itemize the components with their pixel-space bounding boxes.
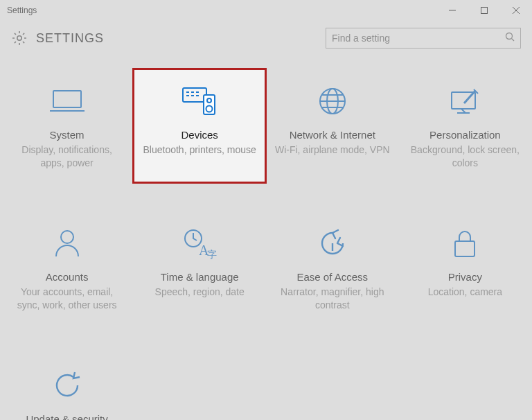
tile-title: Ease of Access	[297, 271, 369, 283]
svg-point-5	[506, 33, 513, 40]
minimize-button[interactable]	[436, 0, 468, 21]
svg-rect-7	[53, 91, 81, 107]
close-button[interactable]	[500, 0, 532, 21]
search-box[interactable]	[326, 28, 521, 49]
header: SETTINGS	[0, 21, 532, 55]
svg-point-25	[61, 231, 73, 243]
accounts-icon	[52, 222, 82, 264]
devices-icon	[180, 80, 219, 122]
tile-desc: Your accounts, email, sync, work, other …	[10, 286, 125, 312]
tile-time-language[interactable]: A 字 Time & language Speech, region, date	[134, 211, 265, 324]
ease-of-access-icon	[317, 222, 348, 264]
maximize-button[interactable]	[468, 0, 500, 21]
svg-line-6	[512, 39, 515, 42]
system-icon	[50, 80, 85, 122]
tile-title: Network & Internet	[290, 129, 375, 141]
page-title: SETTINGS	[36, 31, 104, 46]
network-icon	[317, 80, 348, 122]
tile-title: Privacy	[448, 271, 482, 283]
tile-title: Devices	[181, 129, 218, 141]
tile-desc: Narrator, magnifier, high contrast	[275, 286, 390, 312]
tile-title: System	[50, 129, 85, 141]
tile-desc: Wi-Fi, airplane mode, VPN	[275, 143, 390, 157]
gear-icon	[11, 30, 28, 46]
tile-system[interactable]: System Display, notifications, apps, pow…	[1, 69, 133, 182]
tile-network[interactable]: Network & Internet Wi-Fi, airplane mode,…	[267, 69, 398, 182]
tile-title: Update & security	[26, 413, 107, 420]
tile-title: Accounts	[46, 271, 89, 283]
svg-text:字: 字	[207, 250, 217, 259]
window-title: Settings	[7, 6, 37, 15]
tile-desc: Display, notifications, apps, power	[10, 143, 125, 170]
tile-privacy[interactable]: Privacy Location, camera	[399, 211, 531, 324]
tile-title: Personalization	[429, 129, 501, 141]
personalization-icon	[447, 80, 482, 122]
title-bar: Settings	[0, 0, 532, 21]
tile-desc: Background, lock screen, colors	[407, 143, 522, 170]
privacy-icon	[451, 222, 479, 264]
tile-update-security[interactable]: Update & security Windows Update, recove…	[1, 353, 133, 420]
svg-rect-30	[455, 241, 475, 256]
update-icon	[51, 365, 83, 406]
tile-personalization[interactable]: Personalization Background, lock screen,…	[399, 69, 531, 182]
tile-ease-of-access[interactable]: Ease of Access Narrator, magnifier, high…	[267, 211, 398, 324]
time-language-icon: A 字	[182, 222, 217, 264]
tile-desc: Speech, region, date	[155, 286, 245, 299]
svg-point-4	[17, 36, 21, 40]
search-input[interactable]	[332, 33, 505, 44]
tile-title: Time & language	[161, 271, 239, 283]
svg-rect-1	[481, 8, 488, 14]
tile-desc: Location, camera	[428, 286, 502, 299]
tile-devices[interactable]: Devices Bluetooth, printers, mouse	[134, 69, 265, 182]
tile-accounts[interactable]: Accounts Your accounts, email, sync, wor…	[1, 211, 133, 324]
tile-desc: Bluetooth, printers, mouse	[143, 143, 256, 157]
window-controls	[436, 0, 532, 21]
settings-grid: System Display, notifications, apps, pow…	[0, 55, 532, 420]
search-icon	[505, 32, 515, 44]
